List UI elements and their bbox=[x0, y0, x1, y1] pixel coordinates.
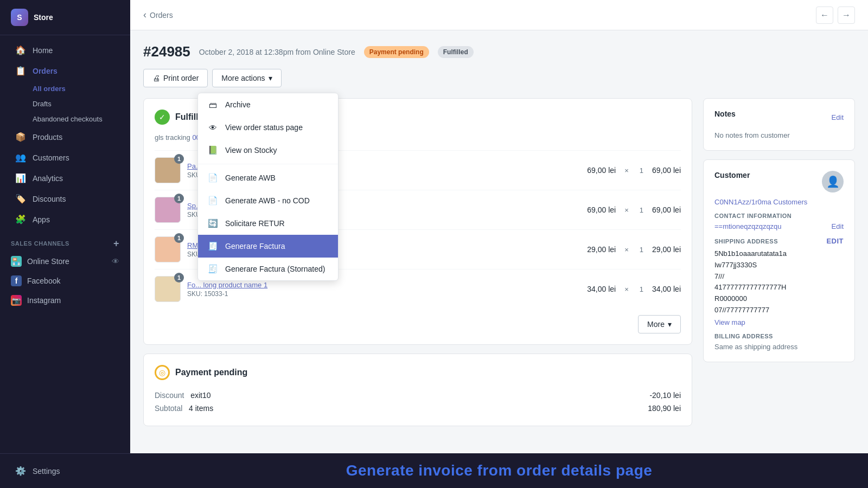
store-name: Store bbox=[34, 13, 53, 22]
settings-label: Settings bbox=[33, 467, 60, 476]
sidebar-item-settings[interactable]: ⚙️ Settings bbox=[4, 461, 126, 481]
sidebar-item-analytics[interactable]: 📊 Analytics bbox=[4, 168, 126, 188]
dropdown-item-view-stocky[interactable]: 📗 View on Stocky bbox=[198, 139, 338, 162]
customer-email[interactable]: ==mtioneqzqzqzqzqu bbox=[714, 222, 782, 230]
more-actions-dropdown: 🗃 Archive 👁 View order status page 📗 Vie… bbox=[197, 93, 339, 281]
orders-submenu: All orders Drafts Abandoned checkouts bbox=[0, 81, 130, 126]
dropdown-item-label: View on Stocky bbox=[225, 146, 277, 155]
item-total-4: 34,00 lei bbox=[652, 285, 681, 293]
dropdown-item-generare-factura[interactable]: 🧾 Generare Factura bbox=[198, 235, 338, 258]
breadcrumb: ‹ Orders bbox=[143, 9, 173, 21]
notes-header: Notes Edit bbox=[714, 110, 844, 125]
billing-same-text: Same as shipping address bbox=[714, 343, 844, 351]
sidebar-header: S Store bbox=[0, 0, 130, 35]
fulfilled-badge: Fulfilled bbox=[438, 46, 474, 58]
orders-icon: 📋 bbox=[15, 66, 26, 76]
dropdown-item-generate-awb-nocod[interactable]: 📄 Generate AWB - no COD bbox=[198, 189, 338, 212]
dropdown-item-label: Solicitare RETUR bbox=[225, 219, 285, 228]
sidebar-item-home[interactable]: 🏠 Home bbox=[4, 40, 126, 60]
item-qty-4: 1 bbox=[640, 285, 643, 293]
sidebar-item-apps[interactable]: 🧩 Apps bbox=[4, 209, 126, 229]
dropdown-item-generare-factura-stornated[interactable]: 🧾 Generare Factura (Stornated) bbox=[198, 258, 338, 280]
content-sidebar: Notes Edit No notes from customer Custom… bbox=[703, 98, 855, 440]
next-order-button[interactable]: → bbox=[838, 7, 855, 24]
home-icon: 🏠 bbox=[15, 45, 26, 55]
discount-code: exit10 bbox=[190, 391, 210, 400]
discount-row: Discount exit10 -20,10 lei bbox=[155, 389, 681, 402]
sidebar-item-products[interactable]: 📦 Products bbox=[4, 127, 126, 147]
more-items-button[interactable]: More ▾ bbox=[638, 315, 681, 333]
discounts-icon: 🏷️ bbox=[15, 194, 26, 204]
retur-icon: 🔄 bbox=[207, 217, 219, 229]
more-label: More bbox=[647, 320, 665, 329]
subtotal-value: 180,90 lei bbox=[648, 404, 681, 413]
item-qty-badge-4: 1 bbox=[174, 273, 184, 282]
item-qty-badge-1: 1 bbox=[174, 154, 184, 164]
sidebar-item-instagram[interactable]: 📷 Instagram bbox=[0, 291, 130, 310]
dropdown-item-label: Generare Factura (Stornated) bbox=[225, 265, 325, 273]
add-channel-button[interactable]: + bbox=[113, 239, 119, 248]
store-icon: S bbox=[11, 9, 28, 26]
subtotal-items: 4 items bbox=[189, 404, 213, 413]
contact-edit-button[interactable]: Edit bbox=[832, 222, 844, 230]
shipping-address: 5Nb1b1oaaarutatata1a Iw777jj3330S 7/// 4… bbox=[714, 248, 844, 316]
dropdown-item-solicitare-retur[interactable]: 🔄 Solicitare RETUR bbox=[198, 212, 338, 235]
dropdown-item-label: View order status page bbox=[225, 123, 303, 132]
notes-empty-text: No notes from customer bbox=[714, 131, 844, 139]
item-x-4: × bbox=[624, 285, 629, 293]
subtotal-row: Subtotal 4 items 180,90 lei bbox=[155, 402, 681, 415]
prev-order-button[interactable]: ← bbox=[816, 7, 833, 24]
more-actions-button[interactable]: More actions ▾ bbox=[212, 69, 281, 87]
settings-icon: ⚙️ bbox=[15, 466, 26, 476]
dropdown-item-archive[interactable]: 🗃 Archive bbox=[198, 93, 338, 116]
discount-value: -20,10 lei bbox=[649, 391, 681, 400]
sidebar-item-customers[interactable]: 👥 Customers bbox=[4, 147, 126, 168]
sidebar-item-online-store[interactable]: 🏪 Online Store 👁 bbox=[0, 252, 130, 271]
sidebar-item-discounts[interactable]: 🏷️ Discounts bbox=[4, 189, 126, 209]
payment-card: ◎ Payment pending Discount exit10 -20,10… bbox=[143, 354, 692, 426]
order-number: #24985 bbox=[143, 43, 190, 60]
sidebar-item-all-orders[interactable]: All orders bbox=[28, 81, 130, 96]
discount-label: Discount exit10 bbox=[155, 391, 211, 400]
breadcrumb-parent[interactable]: Orders bbox=[150, 11, 173, 20]
dropdown-item-label: Archive bbox=[225, 100, 251, 109]
notes-edit-button[interactable]: Edit bbox=[832, 113, 844, 121]
order-date: October 2, 2018 at 12:38pm from Online S… bbox=[199, 48, 355, 56]
item-details-4: Fo... long product name 1 SKU: 15033-1 bbox=[187, 281, 580, 298]
item-img-wrap-2: 1 bbox=[155, 197, 181, 223]
payment-title: Payment pending bbox=[175, 368, 247, 377]
shipping-edit-button[interactable]: Edit bbox=[826, 237, 844, 245]
eye-icon[interactable]: 👁 bbox=[112, 257, 119, 266]
customer-name[interactable]: C0NN1Azz/1r0ma Customers bbox=[714, 198, 844, 206]
view-status-icon: 👁 bbox=[207, 121, 219, 133]
item-img-wrap-1: 1 bbox=[155, 157, 181, 183]
sidebar-item-label: Orders bbox=[33, 67, 58, 75]
dropdown-item-generate-awb[interactable]: 📄 Generate AWB bbox=[198, 166, 338, 189]
item-x-2: × bbox=[624, 206, 629, 214]
view-map-link[interactable]: View map bbox=[714, 318, 844, 326]
products-icon: 📦 bbox=[15, 132, 26, 142]
dropdown-item-view-status[interactable]: 👁 View order status page bbox=[198, 116, 338, 139]
subtotal-label: Subtotal 4 items bbox=[155, 404, 213, 413]
item-sku-4: SKU: 15033-1 bbox=[187, 290, 580, 298]
fulfilled-status-icon: ✓ bbox=[155, 110, 170, 125]
item-total-1: 69,00 lei bbox=[652, 166, 681, 175]
sidebar-item-abandoned[interactable]: Abandoned checkouts bbox=[28, 112, 130, 126]
factura-stornated-icon: 🧾 bbox=[207, 263, 219, 275]
item-x-3: × bbox=[624, 246, 629, 254]
sidebar-item-orders[interactable]: 📋 Orders bbox=[4, 61, 126, 81]
page-content: #24985 October 2, 2018 at 12:38pm from O… bbox=[130, 30, 868, 453]
more-arrow-icon: ▾ bbox=[668, 320, 672, 329]
customer-avatar: 👤 bbox=[822, 171, 844, 192]
sidebar-item-drafts[interactable]: Drafts bbox=[28, 97, 130, 111]
analytics-icon: 📊 bbox=[15, 173, 26, 183]
more-actions-label: More actions bbox=[221, 74, 265, 82]
sidebar-nav: 🏠 Home 📋 Orders All orders Drafts Abando… bbox=[0, 35, 130, 453]
sidebar-item-facebook[interactable]: f Facebook bbox=[0, 271, 130, 291]
tracking-label: gls tracking bbox=[155, 133, 190, 142]
item-name-4[interactable]: Fo... long product name 1 bbox=[187, 281, 580, 289]
customer-card: Customer 👤 C0NN1Azz/1r0ma Customers CONT… bbox=[703, 159, 855, 362]
bottom-banner: Generate invoice from order details page bbox=[130, 453, 868, 488]
item-price-4: 34,00 lei bbox=[587, 285, 616, 293]
print-order-button[interactable]: 🖨 Print order bbox=[143, 69, 208, 87]
